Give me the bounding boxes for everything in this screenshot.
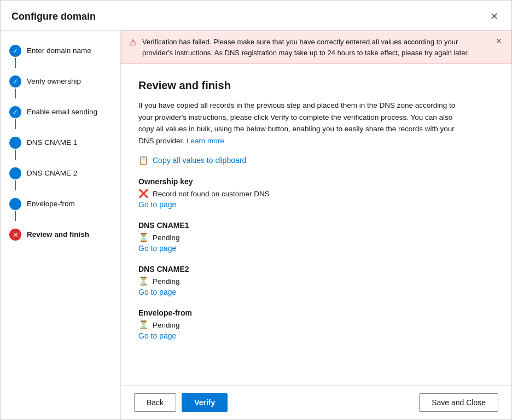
record-block-envelope-from: Envelope-from ⏳ Pending Go to page <box>138 308 494 340</box>
record-status-text-envelope-from: Pending <box>153 321 180 329</box>
step-circle-verify-ownership: ✓ <box>9 75 21 88</box>
step-circle-enable-email: ✓ <box>9 106 21 118</box>
record-block-dns-cname2: DNS CNAME2 ⏳ Pending Go to page <box>138 265 494 296</box>
record-status-text-ownership-key: Record not found on customer DNS <box>153 190 270 198</box>
content-area: Review and finish If you have copied all… <box>121 64 511 385</box>
record-title-ownership-key: Ownership key <box>138 177 494 186</box>
record-status-row-envelope-from: ⏳ Pending <box>138 320 494 330</box>
verify-button[interactable]: Verify <box>182 393 228 412</box>
go-to-page-link-envelope-from[interactable]: Go to page <box>138 331 176 340</box>
step-line-2 <box>15 89 16 98</box>
back-button[interactable]: Back <box>134 393 176 412</box>
step-circle-dns-cname-2 <box>9 167 21 179</box>
record-title-dns-cname2: DNS CNAME2 <box>138 265 494 273</box>
go-to-page-link-dns-cname2[interactable]: Go to page <box>138 288 176 296</box>
section-description: If you have copied all records in the pr… <box>138 100 456 147</box>
alert-banner: ⚠ Verification has failed. Please make s… <box>121 31 511 64</box>
step-label-envelope-from: Envelope-from <box>27 198 75 209</box>
dialog-header: Configure domain ✕ <box>1 1 511 31</box>
alert-error-icon: ⚠ <box>129 37 137 48</box>
footer-left-buttons: Back Verify <box>134 393 228 412</box>
step-label-verify-ownership: Verify ownership <box>27 75 81 86</box>
configure-domain-dialog: Configure domain ✕ ✓ Enter domain name ✓… <box>0 0 512 420</box>
step-label-dns-cname-1: DNS CNAME 1 <box>27 137 77 148</box>
copy-row: 📋 Copy all values to clipboard <box>138 155 494 165</box>
step-circle-review-finish: ✕ <box>9 229 21 241</box>
sidebar-item-review-finish[interactable]: ✕ Review and finish <box>1 225 120 244</box>
sidebar-item-enter-domain[interactable]: ✓ Enter domain name <box>1 42 120 72</box>
error-icon-ownership-key: ❌ <box>138 189 149 199</box>
copy-icon: 📋 <box>138 155 149 165</box>
record-status-row-dns-cname1: ⏳ Pending <box>138 232 494 242</box>
sidebar-item-verify-ownership[interactable]: ✓ Verify ownership <box>1 72 120 103</box>
go-to-page-link-ownership-key[interactable]: Go to page <box>138 200 176 209</box>
alert-close-button[interactable]: ✕ <box>494 37 503 45</box>
dialog-body: ✓ Enter domain name ✓ Verify ownership ✓ <box>1 31 511 419</box>
dialog-footer: Back Verify Save and Close <box>121 385 511 419</box>
step-label-enter-domain: Enter domain name <box>27 45 91 56</box>
learn-more-link[interactable]: Learn more <box>187 137 224 145</box>
step-circle-dns-cname-1 <box>9 137 21 149</box>
record-block-ownership-key: Ownership key ❌ Record not found on cust… <box>138 177 494 209</box>
sidebar-item-dns-cname-1[interactable]: DNS CNAME 1 <box>1 133 120 164</box>
sidebar-item-dns-cname-2[interactable]: DNS CNAME 2 <box>1 164 120 195</box>
sidebar-item-enable-email[interactable]: ✓ Enable email sending <box>1 103 120 133</box>
pending-icon-dns-cname1: ⏳ <box>138 232 149 242</box>
record-status-row-dns-cname2: ⏳ Pending <box>138 276 494 286</box>
pending-icon-envelope-from: ⏳ <box>138 320 149 330</box>
sidebar-item-envelope-from[interactable]: Envelope-from <box>1 195 120 225</box>
pending-icon-dns-cname2: ⏳ <box>138 276 149 286</box>
record-status-row-ownership-key: ❌ Record not found on customer DNS <box>138 189 494 199</box>
sidebar: ✓ Enter domain name ✓ Verify ownership ✓ <box>1 31 121 419</box>
save-and-close-button[interactable]: Save and Close <box>419 393 498 412</box>
go-to-page-link-dns-cname1[interactable]: Go to page <box>138 244 176 253</box>
step-line-5 <box>15 180 16 190</box>
step-line-4 <box>15 150 16 160</box>
record-status-text-dns-cname2: Pending <box>153 277 180 285</box>
step-label-dns-cname-2: DNS CNAME 2 <box>27 167 77 178</box>
alert-text: Verification has failed. Please make sur… <box>142 37 489 58</box>
step-label-enable-email: Enable email sending <box>27 106 97 117</box>
step-line-3 <box>15 119 16 129</box>
copy-all-link[interactable]: Copy all values to clipboard <box>153 156 246 165</box>
record-title-envelope-from: Envelope-from <box>138 308 494 317</box>
close-button[interactable]: ✕ <box>488 9 501 24</box>
step-label-review-finish: Review and finish <box>27 229 89 240</box>
step-circle-envelope-from <box>9 198 21 210</box>
step-line-1 <box>15 58 16 68</box>
main-content: ⚠ Verification has failed. Please make s… <box>121 31 511 419</box>
section-title: Review and finish <box>138 79 494 92</box>
dialog-title: Configure domain <box>11 11 96 22</box>
record-title-dns-cname1: DNS CNAME1 <box>138 221 494 230</box>
step-line-6 <box>15 211 16 221</box>
step-circle-enter-domain: ✓ <box>9 45 21 57</box>
record-status-text-dns-cname1: Pending <box>153 234 180 242</box>
record-block-dns-cname1: DNS CNAME1 ⏳ Pending Go to page <box>138 221 494 253</box>
